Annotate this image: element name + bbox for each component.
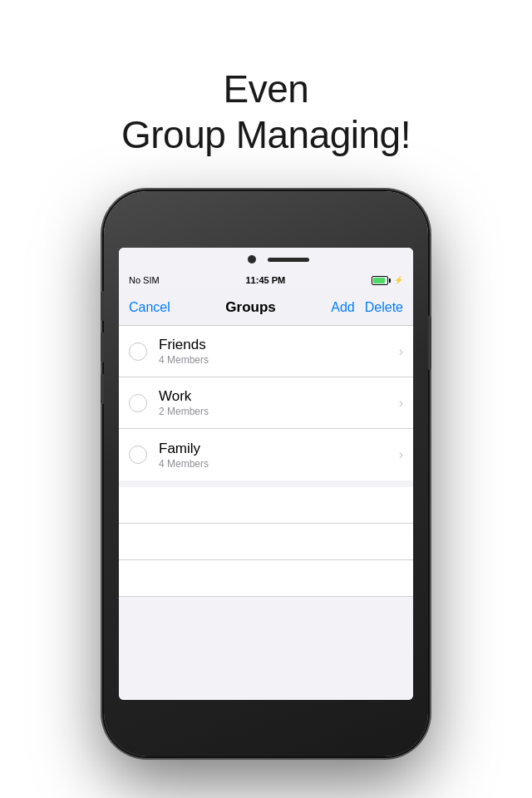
phone-shell: No SIM 11:45 PM ⚡ Cancel Groups (104, 191, 428, 756)
groups-section: Friends 4 Members › Work 2 Members › (119, 326, 413, 480)
camera-icon (248, 255, 256, 264)
empty-row-2 (119, 524, 413, 560)
group-text-family: Family 4 Members (159, 441, 399, 470)
nav-bar: Cancel Groups Add Delete (119, 289, 413, 326)
nav-actions: Add Delete (331, 300, 403, 315)
page-title: Groups (225, 299, 275, 316)
phone-top-bar (119, 248, 413, 271)
carrier-label: No SIM (129, 275, 160, 285)
headline: Even Group Managing! (121, 66, 411, 158)
battery-fill (373, 278, 385, 283)
group-members-friends: 4 Members (159, 354, 399, 366)
add-button[interactable]: Add (331, 300, 354, 315)
group-text-friends: Friends 4 Members (159, 337, 399, 366)
empty-row-3 (119, 560, 413, 597)
radio-button-friends[interactable] (129, 342, 147, 361)
time-label: 11:45 PM (245, 275, 285, 285)
headline-line2: Group Managing! (121, 113, 411, 156)
group-item-work[interactable]: Work 2 Members › (119, 377, 413, 429)
battery-icon (372, 276, 391, 285)
radio-button-family[interactable] (129, 446, 147, 464)
phone-mockup: No SIM 11:45 PM ⚡ Cancel Groups (104, 191, 428, 756)
cancel-button[interactable]: Cancel (129, 300, 170, 315)
status-bar: No SIM 11:45 PM ⚡ (119, 271, 413, 289)
battery-bolt-icon: ⚡ (394, 276, 403, 284)
group-text-work: Work 2 Members (159, 388, 399, 417)
headline-line1: Even (224, 67, 309, 111)
group-item-friends[interactable]: Friends 4 Members › (119, 326, 413, 377)
speaker-icon (268, 258, 309, 262)
battery-tip (389, 278, 391, 283)
group-name-work: Work (159, 388, 399, 405)
chevron-icon-work: › (399, 396, 403, 411)
group-name-friends: Friends (159, 337, 399, 353)
battery-body (372, 276, 388, 285)
chevron-icon-friends: › (399, 344, 403, 359)
group-members-family: 4 Members (159, 458, 399, 470)
groups-list: Friends 4 Members › Work 2 Members › (119, 326, 413, 700)
radio-button-work[interactable] (129, 394, 147, 412)
empty-section (119, 487, 413, 597)
group-name-family: Family (159, 441, 399, 457)
phone-screen: No SIM 11:45 PM ⚡ Cancel Groups (119, 248, 413, 700)
chevron-icon-family: › (399, 447, 403, 462)
group-item-family[interactable]: Family 4 Members › (119, 429, 413, 480)
group-members-work: 2 Members (159, 406, 399, 417)
delete-button[interactable]: Delete (365, 300, 403, 315)
empty-row-1 (119, 487, 413, 524)
battery-area: ⚡ (372, 276, 403, 285)
